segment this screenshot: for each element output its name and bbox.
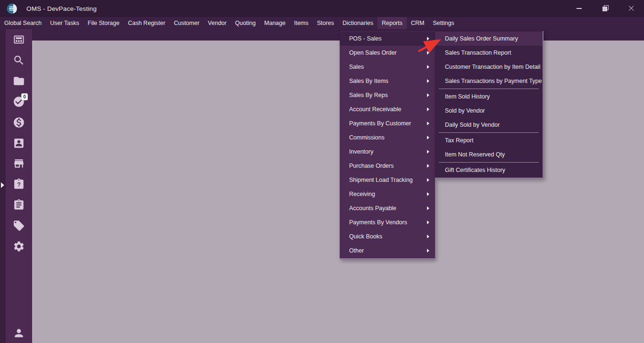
menu-separator [439,89,539,89]
menu-item-label: Open Sales Order [349,49,427,56]
close-button[interactable] [618,0,644,17]
menubar-item-reports[interactable]: Reports [377,17,407,29]
submenu-arrow-icon [427,107,429,111]
menu-item-label: Shipment Load Tracking [349,177,427,183]
pos-terminal-icon[interactable] [6,33,32,46]
oms-logo-icon [7,4,17,14]
menu-item-label: Sales By Items [349,78,427,84]
submenu-arrow-icon [427,65,429,69]
titlebar: OMS - DevPace-Testing [0,0,644,17]
reports-menu-item-open-sales-order[interactable]: Open Sales Order [340,46,435,60]
reports-menu-item-other[interactable]: Other [340,244,435,258]
menu-separator [439,162,539,163]
restore-button[interactable] [592,0,618,17]
menubar-item-settings[interactable]: Settings [428,17,458,29]
store-icon[interactable] [6,157,32,170]
minimize-icon [577,8,582,9]
menu-item-label: Quick Books [349,233,427,240]
menubar-item-dictionaries[interactable]: Dictionaries [338,17,377,29]
clipboard-tasks-icon[interactable] [6,198,32,212]
reports-dropdown-menu: POS - SalesOpen Sales OrderSalesSales By… [340,31,435,259]
submenu-item-tax-report[interactable]: Tax Report [435,133,543,147]
submenu-arrow-icon [427,79,429,83]
submenu-arrow-icon [427,220,429,224]
menubar-item-user-tasks[interactable]: User Tasks [46,17,84,29]
menu-item-label: Inventory [349,148,427,155]
reports-menu-item-sales-by-items[interactable]: Sales By Items [340,74,435,88]
menubar-item-customer[interactable]: Customer [169,17,203,29]
menu-item-label: Payments By Vendors [349,219,427,226]
flyout-arrow-icon[interactable] [1,182,4,188]
menu-item-label: Commissions [349,134,427,141]
submenu-item-item-sold-history[interactable]: Item Sold History [435,90,543,104]
submenu-arrow-icon [427,164,429,168]
reports-menu-item-payments-by-vendors[interactable]: Payments By Vendors [340,215,435,229]
submenu-item-gift-certificates-history[interactable]: Gift Certificates History [435,163,543,177]
menubar-item-items[interactable]: Items [290,17,313,29]
search-icon[interactable] [6,54,32,67]
settings-gear-icon[interactable] [6,240,32,253]
menu-item-label: Accounts Payable [349,205,427,212]
header-band [32,29,644,41]
menubar-item-stores[interactable]: Stores [313,17,338,29]
menubar-item-quoting[interactable]: Quoting [231,17,260,29]
menubar-item-global-search[interactable]: Global Search [0,17,46,29]
reports-menu-item-accounts-payable[interactable]: Accounts Payable [340,201,435,215]
reports-menu-item-inventory[interactable]: Inventory [340,145,435,159]
submenu-item-daily-sales-order-summary[interactable]: Daily Sales Order Summary [435,32,543,46]
contact-card-icon[interactable] [6,137,32,150]
submenu-arrow-icon [427,150,429,154]
submenu-arrow-icon [427,37,429,41]
reports-menu-item-pos-sales[interactable]: POS - Sales [340,32,435,46]
submenu-item-sales-transaction-report[interactable]: Sales Transaction Report [435,46,543,60]
menu-separator [439,132,539,133]
reports-menu-item-commissions[interactable]: Commissions [340,131,435,145]
minimize-button[interactable] [566,0,592,17]
submenu-arrow-icon [427,192,429,196]
menubar-item-cash-register[interactable]: Cash Register [124,17,169,29]
reports-menu-item-account-receivable[interactable]: Account Receivable [340,102,435,116]
window-controls [566,0,644,17]
menubar: Global SearchUser TasksFile StorageCash … [0,17,644,29]
left-strip [0,29,6,343]
restore-icon [602,6,608,11]
svg-text:?: ? [17,181,21,188]
menu-item-label: Sales By Reps [349,92,427,98]
menu-item-label: Receiving [349,191,427,197]
window-title: OMS - DevPace-Testing [26,5,97,12]
submenu-item-daily-sold-by-vendor[interactable]: Daily Sold by Vendor [435,118,543,132]
submenu-arrow-icon [427,235,429,238]
menu-item-label: Sales [349,64,427,70]
reports-menu-item-receiving[interactable]: Receiving [340,187,435,201]
clipboard-question-icon[interactable]: ? [6,178,32,191]
submenu-arrow-icon [427,136,429,139]
submenu-arrow-icon [427,51,429,55]
person-icon[interactable] [6,327,32,339]
menubar-item-manage[interactable]: Manage [260,17,290,29]
submenu-arrow-icon [427,249,429,253]
dollar-circle-icon[interactable] [6,116,32,129]
sidebar: 0? [6,29,32,343]
reports-menu-item-quick-books[interactable]: Quick Books [340,229,435,244]
reports-menu-item-purchase-orders[interactable]: Purchase Orders [340,159,435,173]
tag-icon[interactable] [6,219,32,232]
submenu-item-sold-by-vendor[interactable]: Sold by Vendor [435,104,543,118]
menu-item-label: Account Receivable [349,106,427,113]
reports-menu-item-shipment-load-tracking[interactable]: Shipment Load Tracking [340,173,435,187]
submenu-arrow-icon [427,206,429,210]
check-circle-icon[interactable]: 0 [6,95,32,108]
reports-menu-item-sales[interactable]: Sales [340,60,435,74]
submenu-item-item-not-reserved-qty[interactable]: Item Not Reserved Qty [435,147,543,162]
submenu-item-customer-transaction-by-item-detail[interactable]: Customer Transaction by Item Detail [435,60,543,74]
menubar-item-file-storage[interactable]: File Storage [84,17,124,29]
menubar-item-vendor[interactable]: Vendor [204,17,231,29]
close-icon [628,5,635,12]
menu-item-label: Other [349,247,427,254]
menubar-item-crm[interactable]: CRM [407,17,428,29]
menu-item-label: POS - Sales [349,35,427,42]
folder-icon[interactable] [6,74,32,88]
reports-menu-item-sales-by-reps[interactable]: Sales By Reps [340,88,435,102]
count-badge: 0 [21,93,28,100]
submenu-item-sales-transactions-by-payment-type[interactable]: Sales Transactions by Payment Type [435,74,543,88]
reports-menu-item-payments-by-customer[interactable]: Payments By Customer [340,116,435,131]
